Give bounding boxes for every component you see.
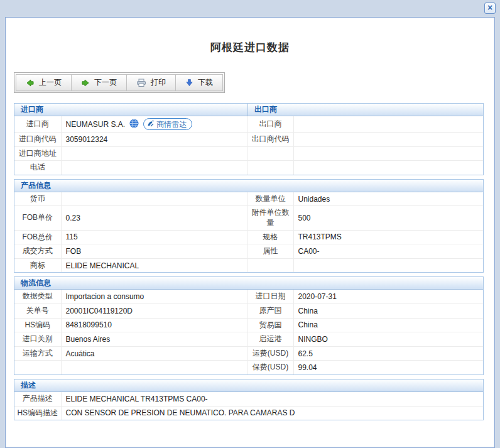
next-page-label: 下一页 xyxy=(94,77,117,88)
field-value: NEUMASUR S.A. xyxy=(61,116,247,133)
section-description-header: 描述 xyxy=(14,380,483,392)
field-label: 出口商代码 xyxy=(247,133,293,147)
section-parties-header: 进口商 出口商 xyxy=(14,104,483,116)
table-row: 电话 xyxy=(14,161,483,175)
close-button[interactable]: × xyxy=(484,3,496,14)
section-logistics: 物流信息 数据类型 Importacion a consumo 进口日期 202… xyxy=(14,276,484,375)
field-label: 进口商地址 xyxy=(14,146,61,161)
field-value xyxy=(293,161,483,175)
table-row: 运输方式 Acuática 运费(USD) 62.5 xyxy=(14,346,483,361)
field-label: 进口关别 xyxy=(14,332,61,347)
field-value: TR413TPMS xyxy=(293,230,483,244)
field-label: FOB单价 xyxy=(14,206,61,230)
field-label: 商标 xyxy=(14,258,61,272)
globe-icon[interactable] xyxy=(129,119,139,130)
field-label: 属性 xyxy=(247,244,293,259)
table-row: 商标 ELIDE MECHANICAL xyxy=(14,258,483,272)
field-value: 115 xyxy=(61,230,247,244)
field-label xyxy=(247,258,293,272)
product-header-label: 产品信息 xyxy=(21,180,51,192)
field-label xyxy=(247,146,293,161)
field-label: 进口日期 xyxy=(247,290,293,303)
radar-icon xyxy=(147,119,155,129)
field-value: FOB xyxy=(61,244,247,259)
printer-icon xyxy=(136,79,146,87)
download-label: 下载 xyxy=(198,77,213,88)
field-label: HS编码 xyxy=(14,318,61,332)
field-label: 原产国 xyxy=(247,303,293,318)
field-value xyxy=(293,133,483,147)
table-row: 关单号 20001IC04119120D 原产国 China xyxy=(14,303,483,318)
field-label: 关单号 xyxy=(14,303,61,318)
exporter-header: 出口商 xyxy=(247,104,483,116)
table-row: 进口商地址 xyxy=(14,146,483,161)
field-label: HS编码描述 xyxy=(14,406,61,420)
prev-page-button[interactable]: 上一页 xyxy=(16,74,72,91)
field-label: 进口商代码 xyxy=(14,133,61,147)
field-value xyxy=(61,192,247,206)
next-page-button[interactable]: 下一页 xyxy=(71,74,127,91)
field-value: 20001IC04119120D xyxy=(61,303,247,318)
field-value: China xyxy=(293,303,483,318)
field-label: FOB总价 xyxy=(14,230,61,244)
table-row: FOB单价 0.23 附件单位数量 500 xyxy=(14,206,483,230)
field-label: 规格 xyxy=(247,230,293,244)
table-row: 进口商 NEUMASUR S.A. xyxy=(14,116,483,133)
field-label xyxy=(247,161,293,175)
field-value: 0.23 xyxy=(61,206,247,230)
field-label: 电话 xyxy=(14,161,61,175)
field-value: CON SENSOR DE PRESION DE NEUMATICO. PARA… xyxy=(61,406,483,420)
field-label: 启运港 xyxy=(247,332,293,347)
field-label: 数据类型 xyxy=(14,290,61,303)
logistics-header-label: 物流信息 xyxy=(21,277,51,289)
section-description: 描述 产品描述 ELIDE MECHANICAL TR413TPMS CA00-… xyxy=(14,379,484,420)
table-row: 成交方式 FOB 属性 CA00- xyxy=(14,244,483,259)
field-value: Buenos Aires xyxy=(61,332,247,347)
field-label: 运费(USD) xyxy=(247,346,293,361)
field-value: 62.5 xyxy=(293,346,483,361)
field-value: 99.04 xyxy=(293,361,483,374)
field-label: 保费(USD) xyxy=(247,361,293,374)
field-value: Acuática xyxy=(61,346,247,361)
detail-sections: 进口商 出口商 进口商 NEUMASUR S.A. xyxy=(14,103,484,420)
table-row: 数据类型 Importacion a consumo 进口日期 2020-07-… xyxy=(14,290,483,303)
arrow-right-icon xyxy=(81,79,90,87)
table-row: 货币 数量单位 Unidades xyxy=(14,192,483,206)
arrow-left-icon xyxy=(26,79,35,87)
importer-header: 进口商 xyxy=(14,104,247,116)
print-button[interactable]: 打印 xyxy=(126,74,176,91)
section-parties: 进口商 出口商 进口商 NEUMASUR S.A. xyxy=(14,103,484,175)
table-row: HS编码 84818099510 贸易国 China xyxy=(14,318,483,332)
table-row: 保费(USD) 99.04 xyxy=(14,361,483,374)
field-value: 84818099510 xyxy=(61,318,247,332)
section-product: 产品信息 货币 数量单位 Unidades FOB单价 0.23 附件单位数量 … xyxy=(14,179,484,273)
field-value xyxy=(293,258,483,272)
toolbar: 上一页 下一页 打印 下载 xyxy=(14,72,225,93)
field-label: 出口商 xyxy=(247,116,293,133)
field-value: Importacion a consumo xyxy=(61,290,247,303)
field-label xyxy=(14,361,61,374)
field-label: 运输方式 xyxy=(14,346,61,361)
field-value xyxy=(61,361,247,374)
field-value: 500 xyxy=(293,206,483,230)
field-value: NINGBO xyxy=(293,332,483,347)
field-value: ELIDE MECHANICAL xyxy=(61,258,247,272)
description-header-label: 描述 xyxy=(21,380,36,391)
field-label: 附件单位数量 xyxy=(247,206,293,230)
table-row: HS编码描述 CON SENSOR DE PRESION DE NEUMATIC… xyxy=(14,406,483,420)
field-label: 货币 xyxy=(14,192,61,206)
download-button[interactable]: 下载 xyxy=(175,74,223,91)
section-logistics-header: 物流信息 xyxy=(14,277,483,290)
business-radar-link[interactable]: 商情雷达 xyxy=(143,118,192,130)
prev-page-label: 上一页 xyxy=(39,77,62,88)
field-value xyxy=(293,116,483,133)
field-value: CA00- xyxy=(293,244,483,259)
page-title: 阿根廷进口数据 xyxy=(6,40,494,55)
dialog-panel: 阿根廷进口数据 上一页 下一页 打印 xyxy=(5,17,495,448)
business-radar-label: 商情雷达 xyxy=(156,120,187,129)
table-row: 产品描述 ELIDE MECHANICAL TR413TPMS CA00- xyxy=(14,392,483,406)
field-value xyxy=(61,146,247,161)
field-label: 产品描述 xyxy=(14,392,61,406)
field-value: Unidades xyxy=(293,192,483,206)
field-label: 进口商 xyxy=(14,116,61,133)
